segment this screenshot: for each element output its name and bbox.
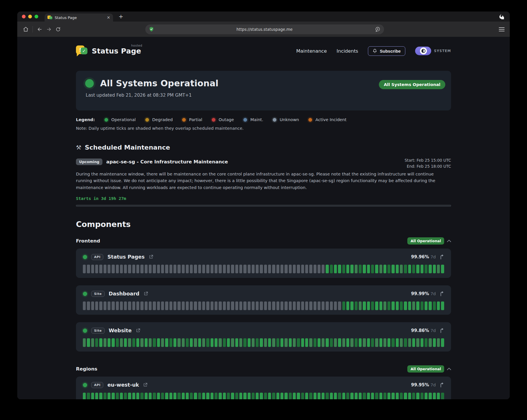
tab-close-icon[interactable]: ✕ <box>107 16 110 20</box>
legend-item-partial: Partial <box>182 117 202 122</box>
component-status-dot <box>83 292 87 296</box>
url-bar[interactable]: https://status.statuspage.me <box>145 24 384 34</box>
legend-item-outage: Outage <box>212 117 234 122</box>
contrast-icon <box>421 49 425 53</box>
reload-icon[interactable] <box>55 26 61 33</box>
degraded-dot <box>145 118 149 122</box>
component-name: Dashboard <box>109 291 140 297</box>
uptime-ticks[interactable] <box>83 393 444 399</box>
site-header: ! ✓ Status Page hosted Maintenance Incid… <box>76 44 451 58</box>
tab-title: Status Page <box>55 16 104 20</box>
chevron-up-icon[interactable] <box>447 240 451 242</box>
component-name: Status Pages <box>107 254 144 260</box>
component-type-badge: API <box>91 254 103 260</box>
history-expand-icon[interactable] <box>440 328 444 333</box>
operational-dot <box>104 118 108 122</box>
theme-toggle[interactable] <box>415 47 431 55</box>
group-status-badge: All Operational <box>407 365 444 373</box>
history-expand-icon[interactable] <box>440 383 444 387</box>
group-header-frontend: Frontend All Operational <box>76 237 451 245</box>
legend-item-maint: Maint. <box>243 117 263 122</box>
unknown-dot <box>273 118 276 122</box>
uptime-ticks[interactable] <box>83 338 444 347</box>
maximize-window-button[interactable] <box>35 15 38 18</box>
theme-toggle-knob <box>420 47 427 54</box>
browser-toolbar: https://status.statuspage.me <box>17 22 510 37</box>
uptime-ticks[interactable] <box>83 301 444 310</box>
security-shield-icon[interactable] <box>149 26 154 32</box>
history-expand-icon[interactable] <box>440 255 444 259</box>
component-card-status-pages: API Status Pages 99.96%7d <box>76 249 451 278</box>
browser-window: ✓ Status Page ✕ + <box>17 12 510 399</box>
legend-item-active-incident: Active Incident <box>308 117 346 122</box>
component-type-badge: Site <box>91 291 105 297</box>
maintenance-item: Upcoming apac-se-sg - Core Infrastructur… <box>76 159 451 207</box>
uptime-ticks[interactable] <box>83 265 444 273</box>
legend-item-operational: Operational <box>104 117 136 122</box>
uptime-window: 7d <box>431 328 436 333</box>
window-controls <box>22 15 38 18</box>
last-updated-text: Last updated Feb 21, 2026 at 08:32 PM GM… <box>86 93 442 98</box>
chevron-up-icon[interactable] <box>447 368 451 370</box>
component-status-dot <box>83 383 87 387</box>
uptime-window: 7d <box>431 291 436 296</box>
brand-hosted-tag: hosted <box>131 44 142 47</box>
active-incident-dot <box>308 118 312 122</box>
nav-maintenance-link[interactable]: Maintenance <box>296 48 327 54</box>
uptime-value: 99.99%7d <box>411 291 436 296</box>
tab-strip: ✓ Status Page ✕ + <box>17 12 510 22</box>
home-icon[interactable] <box>22 26 29 33</box>
component-type-badge: Site <box>91 328 105 334</box>
outage-dot <box>212 118 215 122</box>
group-status-badge: All Operational <box>407 237 444 245</box>
maintenance-progress-bar <box>76 205 451 207</box>
nav-incidents-link[interactable]: Incidents <box>337 48 358 54</box>
group-name: Regions <box>76 366 97 372</box>
overall-status-dot <box>85 79 94 88</box>
maintenance-name: apac-se-sg - Core Infrastructure Mainten… <box>106 159 228 165</box>
menu-icon[interactable] <box>499 27 505 31</box>
maintenance-times: Start: Feb 25 15:00 UTC End: Feb 25 18:0… <box>405 157 451 169</box>
minimize-window-button[interactable] <box>28 15 32 18</box>
external-link-icon[interactable] <box>144 291 148 296</box>
maintenance-countdown: Starts in 3d 19h 27m <box>76 196 451 201</box>
browser-tab[interactable]: ✓ Status Page ✕ <box>45 14 113 22</box>
flame-icon[interactable] <box>498 14 504 19</box>
external-link-icon[interactable] <box>143 383 148 387</box>
history-expand-icon[interactable] <box>440 291 444 296</box>
back-icon[interactable] <box>37 26 43 33</box>
external-link-icon[interactable] <box>136 328 140 333</box>
subscribe-button[interactable]: Subscribe <box>368 46 405 56</box>
add-bookmark-icon[interactable] <box>375 26 381 32</box>
close-window-button[interactable] <box>22 15 26 18</box>
forward-icon[interactable] <box>46 26 52 33</box>
scheduled-maintenance-section: ⚒ Scheduled Maintenance Upcoming apac-se… <box>76 144 451 207</box>
new-tab-button[interactable]: + <box>119 13 123 20</box>
partial-dot <box>182 118 186 122</box>
legend-item-unknown: Unknown <box>273 117 299 122</box>
tab-favicon: ✓ <box>47 15 52 20</box>
overall-status-banner: All Systems Operational Last updated Feb… <box>76 71 451 110</box>
external-link-icon[interactable] <box>149 255 153 259</box>
top-navigation: Maintenance Incidents Subscribe SYSTEM <box>296 46 451 56</box>
theme-toggle-label: SYSTEM <box>434 49 451 53</box>
brand[interactable]: ! ✓ Status Page hosted <box>76 45 141 57</box>
tools-icon: ⚒ <box>76 144 81 151</box>
group-header-regions: Regions All Operational <box>76 365 451 373</box>
group-name: Frontend <box>76 238 100 244</box>
overall-status-badge: All Systems Operational <box>379 80 445 89</box>
uptime-value: 99.86%7d <box>411 328 436 333</box>
components-title: Components <box>76 220 451 229</box>
brand-logo-icon: ! ✓ <box>76 45 88 57</box>
toolbar-divider <box>33 26 33 33</box>
legend: Legend: Operational Degraded Partial Out… <box>76 117 451 122</box>
upcoming-badge: Upcoming <box>76 159 102 165</box>
component-status-dot <box>83 329 87 333</box>
maintenance-description: During the maintenance window, there wil… <box>76 171 451 191</box>
scheduled-maintenance-title: Scheduled Maintenance <box>85 144 170 151</box>
url-text[interactable]: https://status.statuspage.me <box>154 27 375 32</box>
maintenance-end: End: Feb 25 18:00 UTC <box>405 163 451 169</box>
uptime-value: 99.95%7d <box>411 382 436 387</box>
uptime-value: 99.96%7d <box>411 254 436 259</box>
component-card-dashboard: Site Dashboard 99.99%7d <box>76 285 451 315</box>
